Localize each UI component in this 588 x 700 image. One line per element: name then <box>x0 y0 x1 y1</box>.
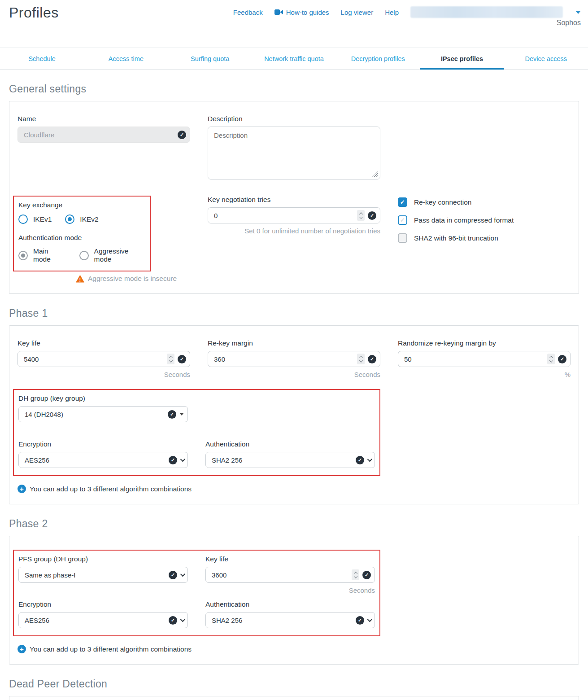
phase2-encryption-label: Encryption <box>18 600 188 608</box>
phase2-keylife-input[interactable] <box>205 567 375 583</box>
tab-bar: Schedule Access time Surfing quota Netwo… <box>0 48 588 70</box>
header-links: Feedback How-to guides Log viewer Help <box>233 6 581 18</box>
phase2-algorithm-highlight-box: PFS group (DH group) Same as phase-I ✓ <box>13 550 380 636</box>
account-selector-redacted[interactable] <box>410 6 563 18</box>
general-checkbox-column: ✓ Re-key connection ✓ Pass data in compr… <box>398 196 571 283</box>
radio-main-mode[interactable] <box>18 251 28 260</box>
phase2-encryption-group: Encryption AES256 ✓ <box>18 600 188 628</box>
valid-check-icon: ✓ <box>356 616 364 625</box>
key-negotiation-label: Key negotiation tries <box>208 196 380 204</box>
phase2-pfsgroup-value: Same as phase-I <box>25 571 75 579</box>
valid-check-icon: ✓ <box>178 355 186 363</box>
valid-check-icon: ✓ <box>368 355 376 363</box>
phase1-dhgroup-select[interactable]: 14 (DH2048) <box>18 406 188 422</box>
howto-guides-link[interactable]: How-to guides <box>274 9 329 16</box>
number-spinner[interactable] <box>357 210 365 221</box>
general-settings-heading: General settings <box>9 83 579 95</box>
phase2-authentication-select[interactable]: SHA2 256 <box>205 612 375 628</box>
key-negotiation-input[interactable] <box>208 207 380 223</box>
valid-check-icon: ✓ <box>558 355 566 363</box>
phase1-heading: Phase 1 <box>9 307 579 319</box>
tab-network-traffic-quota[interactable]: Network traffic quota <box>252 48 336 69</box>
add-plus-icon[interactable]: + <box>17 645 26 653</box>
valid-check-icon: ✓ <box>169 616 177 625</box>
video-camera-icon <box>274 9 283 15</box>
radio-ikev1[interactable] <box>18 214 28 224</box>
phase2-pfsgroup-select[interactable]: Same as phase-I <box>18 567 188 583</box>
feedback-link[interactable]: Feedback <box>233 9 263 16</box>
phase1-panel: Key life ✓ Seconds Re-key margin ✓ <box>9 325 579 504</box>
radio-main-mode-label: Main mode <box>33 247 66 263</box>
phase1-dhgroup-label: DH group (key group) <box>18 394 188 402</box>
phase2-keylife-unit: Seconds <box>205 586 375 594</box>
warning-text: Aggressive mode is insecure <box>88 275 177 283</box>
tab-access-time[interactable]: Access time <box>84 48 168 69</box>
description-textarea[interactable] <box>208 127 380 179</box>
phase1-keylife-group: Key life ✓ Seconds <box>17 339 190 378</box>
phase1-rekey-margin-input[interactable] <box>208 351 380 367</box>
auth-mode-options: Main mode Aggressive mode <box>18 247 145 263</box>
compressed-format-checkbox[interactable]: ✓ <box>398 215 407 225</box>
phase1-randomize-input[interactable] <box>398 351 571 367</box>
add-plus-icon[interactable]: + <box>17 485 26 493</box>
phase2-encryption-value: AES256 <box>25 617 49 624</box>
valid-check-icon: ✓ <box>169 571 177 579</box>
valid-check-icon: ✓ <box>169 456 177 464</box>
log-viewer-link[interactable]: Log viewer <box>341 9 374 16</box>
number-spinner[interactable] <box>547 354 555 364</box>
dpd-panel: ✓ Dead Peer Detection Check peer after e… <box>9 696 579 700</box>
tab-ipsec-profiles[interactable]: IPsec profiles <box>420 48 504 69</box>
tab-decryption-profiles[interactable]: Decryption profiles <box>336 48 420 69</box>
number-spinner[interactable] <box>357 354 365 364</box>
aggressive-mode-warning: ! Aggressive mode is insecure <box>76 275 190 283</box>
valid-check-icon: ✓ <box>168 410 176 419</box>
phase2-authentication-value: SHA2 256 <box>212 617 242 624</box>
rekey-connection-checkbox[interactable]: ✓ <box>398 197 407 207</box>
key-negotiation-help: Set 0 for unlimited number of negotiatio… <box>208 227 380 235</box>
phase2-encryption-select[interactable]: AES256 <box>18 612 188 628</box>
log-viewer-label: Log viewer <box>341 9 374 16</box>
phase1-authentication-group: Authentication SHA2 256 ✓ <box>205 440 375 468</box>
dropdown-caret-icon <box>179 413 184 416</box>
feedback-label: Feedback <box>233 9 263 16</box>
phase2-authentication-label: Authentication <box>205 600 375 608</box>
dpd-heading: Dead Peer Detection <box>9 678 579 690</box>
phase1-algorithm-highlight-box: DH group (key group) 14 (DH2048) ✓ <box>13 389 380 476</box>
sha2-truncation-row: ✓ SHA2 with 96-bit truncation <box>398 233 571 243</box>
phase2-note: You can add up to 3 different algorithm … <box>30 645 192 653</box>
tab-surfing-quota[interactable]: Surfing quota <box>168 48 252 69</box>
name-label: Name <box>17 115 190 123</box>
help-link[interactable]: Help <box>385 9 399 16</box>
number-spinner[interactable] <box>167 354 174 364</box>
phase1-randomize-label: Randomize re-keying margin by <box>398 339 571 347</box>
name-input[interactable] <box>17 127 190 143</box>
spacer-cell <box>398 115 571 179</box>
phase1-encryption-group: Encryption AES256 ✓ <box>18 440 188 468</box>
sha2-truncation-checkbox[interactable]: ✓ <box>398 233 407 243</box>
phase1-encryption-value: AES256 <box>25 456 49 464</box>
account-caret-icon[interactable] <box>575 11 581 14</box>
radio-ikev2[interactable] <box>65 214 74 224</box>
phase1-randomize-unit: % <box>398 371 571 378</box>
page-header: Profiles Feedback How-to guides Log view… <box>0 0 588 48</box>
phase1-authentication-select[interactable]: SHA2 256 <box>205 452 375 468</box>
tab-schedule[interactable]: Schedule <box>0 48 84 69</box>
name-field-group: Name ✓ <box>17 115 190 179</box>
radio-aggressive-mode[interactable] <box>79 251 89 260</box>
number-spinner[interactable] <box>352 569 359 580</box>
phase1-keylife-unit: Seconds <box>17 371 190 378</box>
radio-ikev1-label: IKEv1 <box>33 215 52 223</box>
key-exchange-options: IKEv1 IKEv2 <box>18 214 145 224</box>
tab-device-access[interactable]: Device access <box>504 48 588 69</box>
radio-aggressive-mode-label: Aggressive mode <box>94 247 145 263</box>
rekey-connection-label: Re-key connection <box>414 198 471 206</box>
phase1-dhgroup-value: 14 (DH2048) <box>25 411 63 418</box>
sha2-truncation-label: SHA2 with 96-bit truncation <box>414 234 498 242</box>
valid-check-icon: ✓ <box>178 131 186 139</box>
phase1-keylife-input[interactable] <box>17 351 190 367</box>
auth-mode-label: Authentication mode <box>18 234 145 242</box>
compressed-format-row: ✓ Pass data in compressed format <box>398 215 571 225</box>
phase2-pfsgroup-label: PFS group (DH group) <box>18 555 188 563</box>
phase1-encryption-label: Encryption <box>18 440 188 448</box>
phase1-encryption-select[interactable]: AES256 <box>18 452 188 468</box>
